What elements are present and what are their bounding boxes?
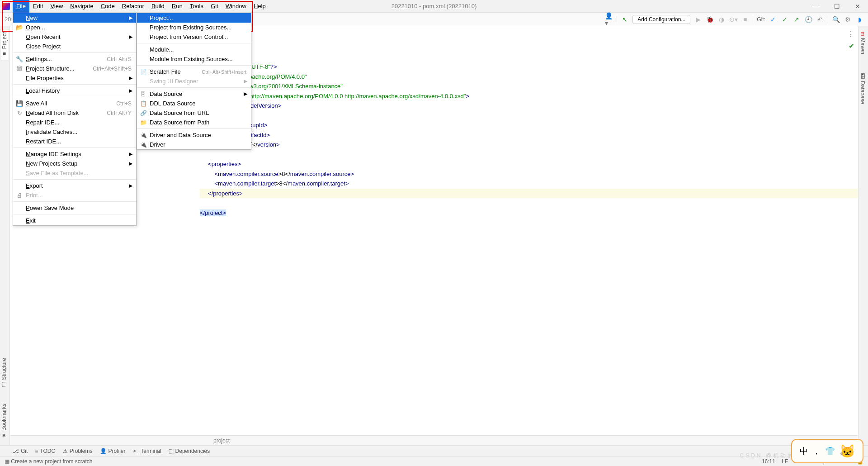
menu-window[interactable]: Window (222, 0, 250, 13)
menu-tools[interactable]: Tools (186, 0, 207, 13)
new-submenu-item[interactable]: Project... (137, 13, 251, 23)
file-menu-item[interactable]: File Properties▶ (13, 73, 136, 83)
file-menu-item[interactable]: 💾Save AllCtrl+S (13, 99, 136, 108)
breadcrumb-partial: 20: (5, 16, 13, 23)
profile-icon[interactable]: ⊙▾ (729, 15, 737, 24)
status-message: ▦ Create a new project from scratch (5, 458, 92, 465)
file-menu-item[interactable]: Power Save Mode (13, 203, 136, 213)
minimize-button[interactable]: — (806, 0, 826, 13)
close-button[interactable]: ✕ (847, 0, 868, 13)
menu-edit[interactable]: Edit (29, 0, 47, 13)
stop-icon[interactable]: ■ (741, 15, 749, 24)
more-icon[interactable]: ⋮ (847, 30, 854, 38)
file-menu-item[interactable]: Manage IDE Settings▶ (13, 149, 136, 159)
new-submenu-item[interactable]: Module... (137, 45, 251, 54)
search-icon[interactable]: 🔍 (832, 15, 840, 24)
new-submenu-item[interactable]: 📁Data Source from Path (137, 118, 251, 127)
breadcrumb-item[interactable]: project (213, 437, 230, 444)
maximize-button[interactable]: ☐ (826, 0, 847, 13)
maven-tool-tab[interactable]: mMaven (859, 29, 867, 57)
window-title: 20221010 - pom.xml (20221010) (392, 3, 477, 10)
new-submenu-dropdown: Project...Project from Existing Sources.… (137, 13, 251, 150)
menu-file[interactable]: File (13, 0, 29, 13)
settings-icon[interactable]: ⚙ (844, 15, 852, 24)
file-menu-item[interactable]: Exit (13, 216, 136, 225)
new-submenu-item[interactable]: 🔌Driver (137, 140, 251, 149)
menubar: FileEditViewNavigateCodeRefactorBuildRun… (13, 0, 269, 13)
vcs-label: Git: (757, 16, 765, 23)
file-menu-item[interactable]: 🏛Project Structure...Ctrl+Alt+Shift+S (13, 64, 136, 73)
menu-navigate[interactable]: Navigate (66, 0, 97, 13)
commit-icon[interactable]: ✓ (781, 15, 789, 24)
file-menu-dropdown: New▶📂Open...Open Recent▶Close Project🔧Se… (13, 13, 137, 226)
file-menu-item: Save File as Template... (13, 168, 136, 178)
left-tool-stripe: ■Project ⬚Structure ★Bookmarks (0, 26, 10, 445)
debug-icon[interactable]: 🐞 (706, 15, 714, 24)
new-submenu-item[interactable]: 🔌Driver and Data Source (137, 130, 251, 140)
file-menu-item[interactable]: Invalidate Caches... (13, 127, 136, 137)
bookmarks-tool-tab[interactable]: ★Bookmarks (0, 401, 8, 442)
user-icon[interactable]: 👤▾ (605, 15, 613, 24)
structure-tool-tab[interactable]: ⬚Structure (0, 355, 8, 391)
new-submenu-item[interactable]: 📄Scratch FileCtrl+Alt+Shift+Insert (137, 67, 251, 76)
tool-window-problems[interactable]: ⚠Problems (63, 448, 93, 454)
new-submenu-item[interactable]: Module from Existing Sources... (137, 54, 251, 64)
ime-popup[interactable]: 中，👕🐱 (791, 439, 863, 463)
file-menu-item[interactable]: Local History▶ (13, 86, 136, 95)
hammer-icon[interactable]: ↖ (621, 15, 629, 24)
new-submenu-item[interactable]: Project from Existing Sources... (137, 23, 251, 32)
file-menu-item[interactable]: Open Recent▶ (13, 32, 136, 42)
new-submenu-item[interactable]: 🔗Data Source from URL (137, 108, 251, 118)
history-icon[interactable]: 🕘 (804, 15, 812, 24)
code-area[interactable]: n="1.0" encoding="UTF-8"?> ns="http://ma… (200, 26, 858, 445)
menu-run[interactable]: Run (168, 0, 186, 13)
new-submenu-item[interactable]: 📋DDL Data Source (137, 99, 251, 108)
run-config-button[interactable]: Add Configuration... (632, 15, 690, 24)
new-submenu-item[interactable]: Project from Version Control... (137, 32, 251, 42)
file-menu-item[interactable]: New▶ (13, 13, 136, 23)
app-logo-icon (3, 3, 10, 10)
new-submenu-item[interactable]: 🗄Data Source▶ (137, 89, 251, 99)
tool-window-dependencies[interactable]: ⬚Dependencies (169, 448, 210, 454)
file-menu-item[interactable]: ↻Reload All from DiskCtrl+Alt+Y (13, 108, 136, 118)
coverage-icon[interactable]: ◑ (717, 15, 726, 24)
titlebar: FileEditViewNavigateCodeRefactorBuildRun… (0, 0, 868, 13)
gradient-icon[interactable]: ◗ (855, 15, 863, 24)
file-menu-item[interactable]: New Projects Setup▶ (13, 159, 136, 168)
push-icon[interactable]: ↗ (793, 15, 801, 24)
breadcrumb-bar: project (10, 435, 858, 445)
tool-window-profiler[interactable]: 👤Profiler (100, 448, 126, 454)
file-menu-item[interactable]: Restart IDE... (13, 137, 136, 146)
menu-help[interactable]: Help (250, 0, 269, 13)
menu-view[interactable]: View (47, 0, 66, 13)
right-tool-stripe: mMaven 🗄Database (858, 26, 868, 445)
status-bar: ▦ Create a new project from scratch 16:1… (0, 456, 868, 466)
run-icon[interactable]: ▶ (694, 15, 702, 24)
menu-code[interactable]: Code (97, 0, 118, 13)
project-tool-tab[interactable]: ■Project (0, 29, 9, 60)
new-submenu-item: Swing UI Designer▶ (137, 76, 251, 86)
bottom-tool-stripe: ⎇Git≡TODO⚠Problems👤Profiler>_Terminal⬚De… (0, 445, 868, 456)
menu-build[interactable]: Build (148, 0, 168, 13)
tool-window-git[interactable]: ⎇Git (13, 448, 28, 454)
file-menu-item[interactable]: 🔧Settings...Ctrl+Alt+S (13, 54, 136, 64)
database-tool-tab[interactable]: 🗄Database (859, 71, 867, 107)
file-menu-item[interactable]: Close Project (13, 42, 136, 51)
menu-refactor[interactable]: Refactor (118, 0, 148, 13)
file-menu-item[interactable]: Export▶ (13, 181, 136, 190)
file-menu-item: 🖨Print... (13, 190, 136, 200)
tool-window-terminal[interactable]: >_Terminal (133, 448, 161, 454)
file-menu-item[interactable]: 📂Open... (13, 23, 136, 32)
file-menu-item[interactable]: Repair IDE... (13, 118, 136, 127)
tool-window-todo[interactable]: ≡TODO (35, 448, 55, 454)
rollback-icon[interactable]: ↶ (816, 15, 824, 24)
window-controls: — ☐ ✕ (806, 0, 868, 13)
inspection-ok-icon[interactable]: ✔ (849, 42, 854, 50)
update-icon[interactable]: ✓ (769, 15, 777, 24)
menu-git[interactable]: Git (207, 0, 222, 13)
